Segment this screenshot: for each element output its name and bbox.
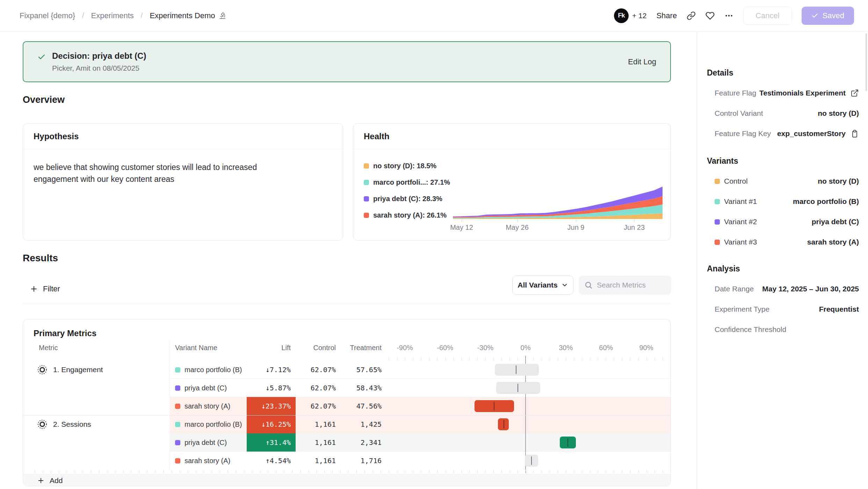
variants-rows: Controlno story (D)Variant #1marco portf…: [715, 171, 859, 252]
avatar[interactable]: Fk: [614, 8, 629, 23]
metric-table-row[interactable]: sarah story (A)↓23.37%62.07%47.56%: [23, 397, 671, 415]
details-heading: Details: [707, 68, 733, 78]
ruler-tick: [558, 357, 558, 361]
plus-icon: [37, 477, 45, 484]
variant-swatch: [175, 440, 180, 445]
lift-cell: ↑31.4%: [247, 433, 296, 452]
feature-flag-value[interactable]: Testimonials Experiment: [759, 89, 846, 97]
variant-slot-label: Control: [724, 177, 748, 185]
ruler-tick: [43, 470, 43, 473]
metric-table-row[interactable]: 1. Engagementmarco portfolio (B)↓7.12%62…: [23, 361, 671, 379]
ruler-tick: [204, 470, 204, 473]
ruler-tick: [421, 357, 421, 361]
ruler-tick: [316, 470, 317, 473]
ruler-tick: [389, 357, 389, 361]
ruler-tick: [356, 470, 357, 473]
interval-median-line: [531, 456, 532, 465]
ruler-tick: [413, 470, 413, 473]
metric-name-cell[interactable]: 2. Sessions: [37, 415, 91, 433]
col-header-variant-name: Variant Name: [175, 344, 217, 352]
lift-cell: ↓5.87%: [247, 379, 296, 397]
metric-name-cell[interactable]: 1. Engagement: [37, 361, 103, 379]
breadcrumb-project[interactable]: Fixpanel {demo}: [20, 11, 75, 20]
variant-value: priya debt (C): [812, 218, 859, 226]
axis-tick-label: 30%: [550, 344, 581, 352]
details-sidebar: Details Feature Flag Testimonials Experi…: [697, 32, 868, 489]
ruler-tick: [453, 470, 454, 473]
ruler-tick: [550, 357, 550, 361]
edit-log-button[interactable]: Edit Log: [628, 57, 656, 66]
add-metric-button[interactable]: Add: [23, 474, 671, 486]
interval-median-line: [494, 402, 494, 410]
control-cell: 1,161: [296, 433, 336, 452]
health-card: Health no story (D): 18.5%marco portfoli…: [353, 123, 671, 241]
axis-ticks-bottom: [23, 470, 671, 474]
ruler-tick: [308, 470, 309, 473]
favorite-heart-icon[interactable]: [706, 11, 715, 20]
metric-table-row[interactable]: priya debt (C)↓5.87%62.07%58.43%: [23, 379, 671, 397]
ruler-tick: [606, 470, 606, 473]
metric-table-row[interactable]: priya debt (C)↑31.4%1,1612,341: [23, 433, 671, 452]
external-link-icon[interactable]: [851, 89, 859, 97]
primary-metrics-card: Primary Metrics MetricVariant NameLiftCo…: [23, 319, 671, 486]
ruler-tick: [364, 470, 365, 473]
variant-name: marco portfolio (B): [185, 366, 242, 374]
analysis-row-date-range: Date Range May 12, 2025 – Jun 30, 2025: [715, 279, 859, 299]
ruler-tick: [445, 357, 446, 361]
variant-row: Variant #3sarah story (A): [715, 232, 859, 252]
breadcrumb-experiments[interactable]: Experiments: [91, 11, 134, 20]
variant-name: marco portfolio (B): [185, 420, 242, 428]
control-cell: 62.07%: [296, 397, 336, 415]
ruler-tick: [598, 470, 598, 473]
ruler-tick: [164, 470, 164, 473]
health-stacked-area-chart: [453, 182, 663, 219]
ruler-tick: [501, 470, 502, 473]
ruler-tick: [622, 357, 622, 361]
ruler-tick: [566, 470, 566, 473]
x-axis-tick: [517, 219, 518, 222]
ruler-tick: [123, 470, 123, 473]
control-cell: 1,161: [296, 415, 336, 433]
interval-median-line: [567, 438, 568, 447]
ruler-tick: [493, 470, 494, 473]
ruler-tick: [244, 470, 244, 473]
ruler-tick: [574, 470, 574, 473]
decision-title: Decision: priya debt (C): [52, 51, 146, 61]
ruler-tick: [630, 470, 630, 473]
share-button[interactable]: Share: [656, 11, 677, 20]
collaborator-count[interactable]: + 12: [632, 12, 646, 20]
lift-cell: ↓7.12%: [247, 361, 296, 379]
ruler-tick: [59, 470, 59, 473]
group-divider: [23, 415, 671, 416]
scrollbar[interactable]: [866, 33, 867, 91]
saved-button[interactable]: Saved: [802, 7, 854, 25]
metric-table-row[interactable]: sarah story (A)↑4.54%1,1611,716: [23, 452, 671, 470]
detail-row-control-variant: Control Variant no story (D): [715, 103, 859, 123]
ci-chart-cell: [385, 379, 671, 397]
microscope-icon: [218, 12, 227, 20]
search-metrics-input[interactable]: [597, 281, 666, 289]
variant-slot-label: Variant #1: [724, 197, 757, 206]
copy-link-icon[interactable]: [687, 11, 696, 20]
clipboard-copy-icon[interactable]: [851, 129, 859, 138]
metric-table-row[interactable]: 2. Sessionsmarco portfolio (B)↓16.25%1,1…: [23, 415, 671, 433]
ruler-tick: [236, 470, 236, 473]
more-options-icon[interactable]: [724, 11, 733, 20]
add-filter-button[interactable]: Filter: [30, 280, 60, 298]
metric-name: 1. Engagement: [53, 366, 103, 374]
variants-dropdown[interactable]: All Variants: [512, 276, 573, 295]
breadcrumb: Fixpanel {demo} / Experiments / Experime…: [20, 11, 227, 20]
ruler-tick: [107, 470, 107, 473]
variant-slot-label: Variant #3: [724, 238, 757, 246]
ruler-tick: [663, 470, 663, 473]
ruler-tick: [622, 470, 622, 473]
variant-name: sarah story (A): [185, 402, 230, 410]
legend-swatch: [364, 163, 369, 169]
detail-label: Feature Flag Key: [715, 129, 771, 138]
x-axis-label: May 12: [442, 224, 481, 232]
cancel-button[interactable]: Cancel: [743, 7, 791, 25]
treatment-cell: 1,716: [336, 452, 382, 470]
ruler-tick: [534, 357, 534, 361]
axis-tick-label: 90%: [631, 344, 662, 352]
ruler-tick: [646, 357, 647, 361]
